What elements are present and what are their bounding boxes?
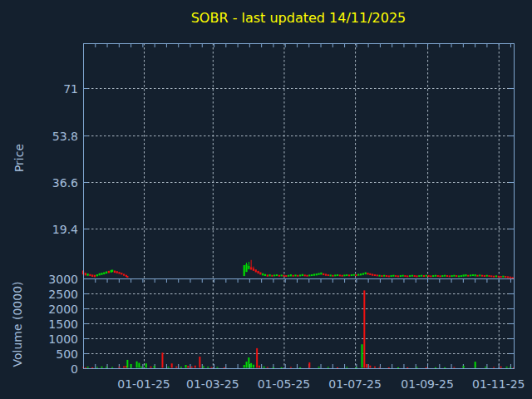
candle bbox=[264, 274, 266, 276]
volume-tick-label: 1500 bbox=[48, 318, 78, 331]
candle bbox=[416, 275, 417, 277]
volume-bar bbox=[510, 367, 511, 368]
candle bbox=[404, 275, 406, 277]
chart-window: SOBR - last updated 14/11/2025 19.436.65… bbox=[0, 0, 532, 399]
candle bbox=[94, 275, 96, 278]
candle bbox=[114, 271, 116, 273]
candle bbox=[330, 274, 332, 276]
candle bbox=[432, 275, 434, 277]
candle bbox=[427, 275, 429, 277]
candle bbox=[441, 275, 443, 277]
price-tick-label: 36.6 bbox=[52, 176, 78, 190]
candle bbox=[304, 274, 306, 276]
volume-bar bbox=[246, 362, 248, 367]
candle bbox=[461, 275, 462, 277]
candle bbox=[502, 276, 504, 278]
volume-bar bbox=[101, 367, 102, 368]
candle bbox=[421, 275, 422, 277]
volume-bar bbox=[250, 363, 252, 368]
volume-bar bbox=[290, 367, 292, 368]
volume-bar bbox=[369, 366, 371, 368]
candle bbox=[476, 275, 478, 277]
candle bbox=[386, 275, 387, 277]
volume-bar bbox=[106, 367, 107, 367]
candle bbox=[360, 273, 362, 275]
volume-bar bbox=[136, 362, 138, 368]
candle bbox=[283, 275, 284, 277]
candle bbox=[306, 275, 308, 277]
volume-tick-label: 500 bbox=[56, 347, 78, 361]
candle bbox=[118, 272, 120, 273]
candle bbox=[411, 275, 413, 277]
volume-bar bbox=[111, 367, 113, 368]
candle bbox=[446, 275, 448, 277]
candle bbox=[337, 274, 338, 276]
candle bbox=[402, 275, 404, 277]
volume-bar bbox=[362, 344, 363, 367]
candle bbox=[463, 274, 465, 276]
candle bbox=[87, 273, 89, 276]
volume-bar bbox=[85, 367, 86, 368]
volume-bar bbox=[119, 367, 121, 367]
candle bbox=[255, 269, 257, 272]
candle bbox=[493, 276, 495, 278]
volume-bar bbox=[363, 290, 365, 367]
volume-bar bbox=[126, 360, 128, 368]
candle bbox=[262, 273, 264, 276]
candle bbox=[253, 268, 254, 271]
candle bbox=[276, 274, 278, 276]
volume-tick-label: 2500 bbox=[48, 288, 78, 301]
volume-bar bbox=[187, 366, 189, 367]
volume-bar bbox=[191, 367, 193, 368]
volume-bar bbox=[273, 367, 274, 368]
candle bbox=[348, 274, 350, 276]
date-tick-label: 01-01-25 bbox=[117, 377, 170, 391]
candle bbox=[339, 274, 341, 276]
candle bbox=[346, 274, 347, 276]
candle bbox=[362, 273, 364, 274]
candle bbox=[320, 273, 322, 275]
candle bbox=[121, 273, 122, 274]
candle bbox=[488, 275, 490, 277]
candle bbox=[423, 275, 425, 277]
candle bbox=[451, 275, 452, 277]
candle bbox=[308, 274, 310, 276]
candle bbox=[418, 275, 420, 277]
volume-bar bbox=[453, 367, 455, 368]
price-tick-label: 53.8 bbox=[52, 130, 78, 143]
candle bbox=[311, 274, 313, 276]
volume-tick-label: 2000 bbox=[48, 303, 78, 316]
volume-bar bbox=[145, 363, 147, 367]
candle bbox=[325, 273, 327, 275]
volume-bar bbox=[195, 366, 196, 368]
candle bbox=[500, 276, 501, 278]
candle bbox=[89, 274, 91, 276]
candle bbox=[392, 275, 394, 277]
candle bbox=[353, 274, 355, 276]
date-tick-label: 01-07-25 bbox=[328, 377, 382, 391]
date-tick-label: 01-03-25 bbox=[186, 377, 239, 391]
volume-bar bbox=[355, 367, 357, 368]
candle bbox=[342, 275, 343, 277]
volume-bar bbox=[435, 367, 436, 368]
date-tick-label: 01-11-25 bbox=[472, 377, 525, 391]
volume-bar bbox=[264, 367, 265, 368]
volume-bar bbox=[185, 365, 187, 367]
candle bbox=[414, 275, 416, 277]
candle bbox=[259, 272, 261, 274]
volume-bar bbox=[259, 366, 260, 368]
candle bbox=[267, 274, 268, 276]
candle bbox=[378, 275, 380, 277]
candle bbox=[269, 274, 271, 276]
candle bbox=[481, 275, 483, 277]
candle bbox=[395, 275, 397, 277]
volume-bar bbox=[224, 367, 225, 368]
candle bbox=[465, 274, 466, 276]
candle bbox=[437, 275, 439, 277]
candle bbox=[293, 275, 294, 277]
volume-bar bbox=[199, 357, 200, 368]
volume-bar bbox=[406, 367, 408, 368]
candle bbox=[108, 271, 110, 273]
volume-bar bbox=[123, 366, 125, 367]
candle bbox=[430, 275, 431, 277]
